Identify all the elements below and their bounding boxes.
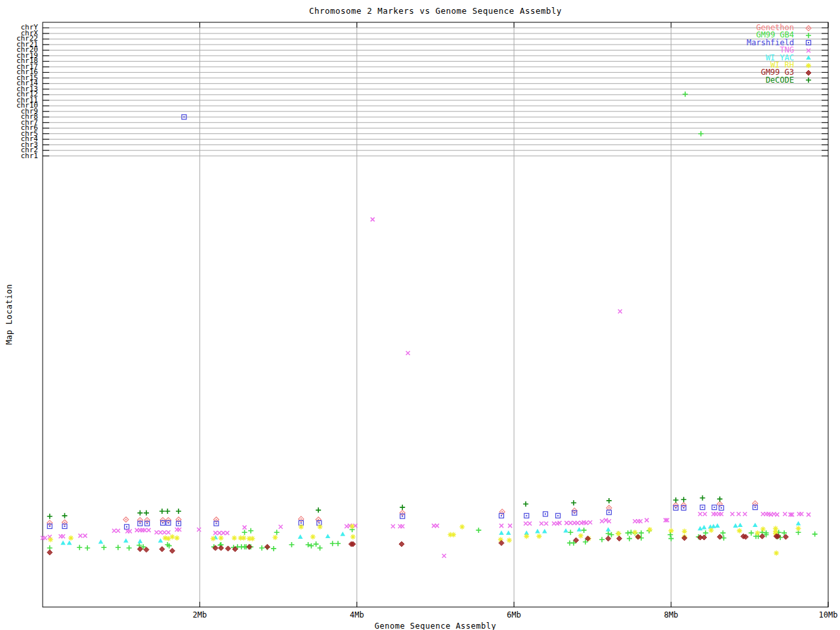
data-point — [528, 522, 532, 526]
data-point — [145, 521, 150, 526]
legend-item-wi-yac: WI YAC — [694, 54, 818, 62]
data-point — [137, 511, 142, 516]
data-point — [271, 546, 276, 551]
data-point — [163, 530, 167, 534]
legend-item-tng: TNG — [694, 47, 818, 54]
data-point — [274, 530, 280, 535]
data-point — [581, 528, 587, 533]
x-tick-label-8Mb: 8Mb — [652, 611, 691, 619]
data-point — [306, 542, 311, 547]
legend-item-decode: DeCODE — [694, 76, 818, 84]
data-point — [806, 55, 811, 60]
data-point — [310, 534, 316, 539]
legend-label: DeCODE — [694, 77, 794, 84]
data-point — [112, 529, 116, 533]
data-point — [698, 526, 703, 531]
series-decode — [47, 495, 723, 519]
data-point — [159, 530, 163, 534]
data-point — [85, 545, 90, 551]
data-point — [775, 513, 779, 516]
chart-canvas: Chromosome 2 Markers vs Genome Sequence … — [0, 0, 840, 630]
data-point — [806, 77, 811, 83]
asterisk-legend-icon — [799, 62, 818, 70]
data-point — [644, 518, 648, 522]
data-point — [298, 534, 303, 539]
data-point — [524, 522, 528, 526]
x-tick-label-2Mb: 2Mb — [180, 611, 219, 619]
data-point — [243, 526, 247, 530]
data-point — [639, 530, 644, 536]
data-point — [627, 536, 632, 541]
data-point — [578, 533, 583, 538]
data-point — [556, 513, 560, 518]
data-point — [544, 522, 548, 526]
data-point — [609, 532, 614, 537]
series-gm99-g3 — [47, 534, 789, 555]
data-point — [633, 530, 638, 535]
data-point — [167, 530, 171, 534]
data-point — [682, 536, 687, 541]
data-point — [158, 538, 163, 543]
data-point — [700, 505, 705, 510]
data-point — [459, 524, 465, 530]
plot-border — [43, 22, 828, 607]
data-point — [806, 70, 811, 75]
data-point — [165, 509, 170, 514]
data-point — [700, 495, 705, 501]
data-point — [211, 536, 216, 541]
data-point — [738, 522, 743, 527]
data-point — [225, 546, 230, 551]
data-point — [83, 534, 87, 537]
data-point — [717, 496, 723, 501]
data-point — [673, 503, 679, 508]
data-point — [737, 512, 741, 516]
data-point — [606, 527, 611, 532]
data-point — [318, 545, 323, 551]
data-point — [812, 532, 818, 537]
cross-legend-icon — [799, 47, 818, 54]
data-point — [563, 528, 568, 533]
data-point — [682, 91, 688, 96]
data-point — [350, 534, 356, 539]
data-point — [144, 547, 149, 553]
data-point — [43, 536, 47, 540]
series-tng — [41, 217, 810, 558]
data-point — [799, 512, 803, 516]
data-point — [681, 497, 686, 502]
data-point — [606, 536, 611, 541]
data-point — [197, 528, 201, 532]
data-point — [524, 513, 529, 518]
data-point — [806, 26, 811, 31]
data-point — [279, 525, 283, 529]
data-point — [242, 530, 247, 535]
data-point — [568, 530, 573, 535]
data-point — [330, 541, 335, 546]
data-point — [717, 534, 723, 539]
data-point — [606, 498, 612, 503]
data-point — [289, 542, 294, 547]
data-point — [712, 505, 717, 510]
data-point — [62, 513, 68, 518]
data-point — [537, 534, 542, 539]
data-point — [647, 527, 652, 532]
data-point — [600, 519, 604, 523]
data-point — [60, 541, 66, 545]
data-point — [241, 536, 246, 541]
data-point — [796, 521, 801, 526]
data-point — [618, 309, 622, 313]
data-point — [138, 521, 142, 526]
plot-area — [0, 0, 840, 630]
legend-item-gm99-g3: GM99 G3 — [694, 69, 818, 77]
data-point — [147, 528, 151, 532]
series-genethon — [47, 501, 758, 526]
filled-diamond-legend-icon — [799, 69, 818, 77]
series-gm99-gb4 — [47, 91, 818, 551]
data-point — [170, 534, 175, 539]
data-point — [78, 534, 82, 537]
data-point — [406, 351, 410, 355]
data-point — [248, 528, 253, 534]
data-point — [508, 524, 512, 528]
data-point — [308, 543, 314, 549]
data-point — [616, 531, 621, 536]
data-point — [318, 524, 323, 530]
